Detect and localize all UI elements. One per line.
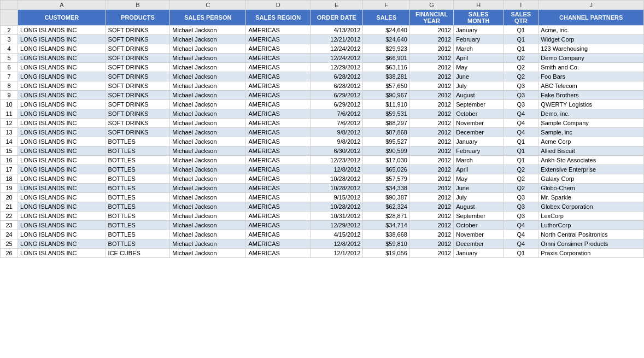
cell-d: AMERICAS <box>246 174 311 184</box>
row-number: 17 <box>1 165 18 174</box>
cell-i: Q2 <box>504 174 538 184</box>
cell-g: 2012 <box>409 184 453 193</box>
cell-b: BOTTLES <box>106 184 170 193</box>
cell-i: Q4 <box>504 221 538 230</box>
cell-j: Globex Corporation <box>538 202 644 212</box>
cell-b: SOFT DRINKS <box>106 63 170 72</box>
row-number: 18 <box>1 174 18 184</box>
cell-h: April <box>454 54 504 63</box>
header-col-6: FINANCIALYEAR <box>409 10 453 26</box>
cell-j: Globo-Chem <box>538 184 644 193</box>
cell-h: June <box>454 184 504 193</box>
cell-a: LONG ISLANDS INC <box>18 44 106 54</box>
cell-f: $57,579 <box>363 174 410 184</box>
cell-c: Michael Jackson <box>170 146 246 156</box>
table-row: 12LONG ISLANDS INCSOFT DRINKSMichael Jac… <box>1 119 644 128</box>
cell-b: BOTTLES <box>106 202 170 212</box>
cell-b: BOTTLES <box>106 212 170 221</box>
col-letter-A: A <box>18 1 106 10</box>
cell-f: $65,026 <box>363 165 410 174</box>
cell-c: Michael Jackson <box>170 91 246 100</box>
cell-c: Michael Jackson <box>170 156 246 165</box>
cell-d: AMERICAS <box>246 44 311 54</box>
cell-b: SOFT DRINKS <box>106 109 170 119</box>
row-number: 23 <box>1 221 18 230</box>
cell-g: 2012 <box>409 137 453 146</box>
cell-h: September <box>454 212 504 221</box>
cell-d: AMERICAS <box>246 26 311 35</box>
cell-a: LONG ISLANDS INC <box>18 91 106 100</box>
cell-d: AMERICAS <box>246 221 311 230</box>
cell-h: July <box>454 81 504 91</box>
cell-j: QWERTY Logistics <box>538 100 644 109</box>
cell-e: 10/31/2012 <box>311 212 363 221</box>
cell-a: LONG ISLANDS INC <box>18 202 106 212</box>
cell-b: SOFT DRINKS <box>106 119 170 128</box>
cell-e: 10/28/2012 <box>311 202 363 212</box>
table-row: 15LONG ISLANDS INCBOTTLESMichael Jackson… <box>1 146 644 156</box>
cell-d: AMERICAS <box>246 81 311 91</box>
cell-f: $90,599 <box>363 146 410 156</box>
cell-f: $34,714 <box>363 221 410 230</box>
cell-j: Smith and Co. <box>538 63 644 72</box>
cell-a: LONG ISLANDS INC <box>18 156 106 165</box>
cell-b: BOTTLES <box>106 193 170 202</box>
cell-f: $24,640 <box>363 35 410 44</box>
cell-a: LONG ISLANDS INC <box>18 100 106 109</box>
cell-b: SOFT DRINKS <box>106 35 170 44</box>
cell-c: Michael Jackson <box>170 174 246 184</box>
col-letter-G: G <box>409 1 453 10</box>
cell-c: Michael Jackson <box>170 137 246 146</box>
cell-e: 6/29/2012 <box>311 100 363 109</box>
cell-j: LuthorCorp <box>538 221 644 230</box>
row-number: 10 <box>1 100 18 109</box>
cell-h: September <box>454 100 504 109</box>
cell-h: January <box>454 137 504 146</box>
cell-f: $63,116 <box>363 63 410 72</box>
cell-d: AMERICAS <box>246 202 311 212</box>
cell-i: Q1 <box>504 137 538 146</box>
cell-a: LONG ISLANDS INC <box>18 63 106 72</box>
cell-d: AMERICAS <box>246 54 311 63</box>
header-col-7: SALESMONTH <box>454 10 504 26</box>
cell-d: AMERICAS <box>246 91 311 100</box>
row-number: 5 <box>1 54 18 63</box>
col-letter-D: D <box>246 1 311 10</box>
cell-c: Michael Jackson <box>170 128 246 137</box>
cell-a: LONG ISLANDS INC <box>18 193 106 202</box>
cell-g: 2012 <box>409 109 453 119</box>
row-number: 20 <box>1 193 18 202</box>
cell-g: 2012 <box>409 193 453 202</box>
cell-e: 12/23/2012 <box>311 156 363 165</box>
cell-c: Michael Jackson <box>170 202 246 212</box>
cell-g: 2012 <box>409 239 453 249</box>
row-number: 13 <box>1 128 18 137</box>
row-number: 12 <box>1 119 18 128</box>
cell-j: Sample, inc <box>538 128 644 137</box>
cell-h: December <box>454 239 504 249</box>
header-col-0: CUSTOMER <box>18 10 106 26</box>
cell-d: AMERICAS <box>246 249 311 258</box>
row-number: 21 <box>1 202 18 212</box>
cell-d: AMERICAS <box>246 230 311 239</box>
row-number: 19 <box>1 184 18 193</box>
cell-h: October <box>454 109 504 119</box>
cell-i: Q1 <box>504 249 538 258</box>
table-row: 23LONG ISLANDS INCBOTTLESMichael Jackson… <box>1 221 644 230</box>
cell-h: May <box>454 63 504 72</box>
col-letter-F: F <box>363 1 410 10</box>
cell-b: SOFT DRINKS <box>106 72 170 81</box>
data-header-row: CUSTOMERPRODUCTSSALES PERSONSALES REGION… <box>1 10 644 26</box>
cell-h: March <box>454 156 504 165</box>
cell-c: Michael Jackson <box>170 212 246 221</box>
cell-e: 9/8/2012 <box>311 137 363 146</box>
cell-e: 4/15/2012 <box>311 230 363 239</box>
header-col-3: SALES REGION <box>246 10 311 26</box>
cell-c: Michael Jackson <box>170 184 246 193</box>
cell-c: Michael Jackson <box>170 63 246 72</box>
table-row: 19LONG ISLANDS INCBOTTLESMichael Jackson… <box>1 184 644 193</box>
spreadsheet-table: ABCDEFGHIJ CUSTOMERPRODUCTSSALES PERSONS… <box>0 0 644 258</box>
row-number: 25 <box>1 239 18 249</box>
cell-a: LONG ISLANDS INC <box>18 128 106 137</box>
cell-b: BOTTLES <box>106 165 170 174</box>
